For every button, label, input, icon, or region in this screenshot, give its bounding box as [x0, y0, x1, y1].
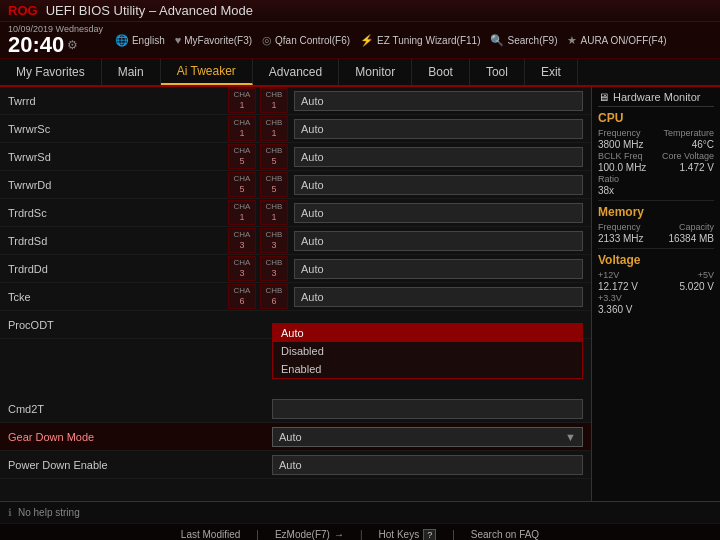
arrow-right-icon: →: [334, 529, 344, 540]
nav-ai-tweaker[interactable]: Ai Tweaker: [161, 59, 253, 85]
dropdown-option-auto[interactable]: Auto: [273, 324, 582, 342]
bios-title: UEFI BIOS Utility – Advanced Mode: [46, 3, 253, 18]
search-faq-label: Search on FAQ: [471, 529, 539, 540]
info-icon: ℹ: [8, 507, 12, 518]
ez-mode-label: EzMode(F7): [275, 529, 330, 540]
cpu-section-title: CPU: [598, 111, 714, 125]
rog-logo: ROG: [8, 3, 38, 18]
voltage-33v-value-row: 3.360 V: [598, 304, 714, 315]
ez-tuning-icon: ⚡: [360, 34, 374, 47]
channel-chb: CHB3: [260, 256, 288, 280]
language-selector[interactable]: 🌐 English: [115, 34, 165, 47]
channel-chb: CHB3: [260, 228, 288, 252]
cpu-freq-value-row: 3800 MHz 46°C: [598, 139, 714, 150]
channel-chb: CHB5: [260, 172, 288, 196]
channel-chb: CHB1: [260, 200, 288, 224]
language-icon: 🌐: [115, 34, 129, 47]
main-nav: My Favorites Main Ai Tweaker Advanced Mo…: [0, 59, 720, 87]
channel-chb: CHB5: [260, 144, 288, 168]
info-icons: 🌐 English ♥ MyFavorite(F3) ◎ Qfan Contro…: [115, 34, 712, 47]
cmd2t-value[interactable]: [272, 399, 583, 419]
channel-cha: CHA1: [228, 116, 256, 140]
dropdown-options: Auto Disabled Enabled: [272, 323, 583, 379]
memory-labels-row: Frequency Capacity: [598, 222, 714, 232]
power-down-row: Power Down Enable Auto: [0, 451, 591, 479]
cpu-ratio-value-row: 38x: [598, 185, 714, 196]
divider-2: [598, 248, 714, 249]
memory-section-title: Memory: [598, 205, 714, 219]
nav-boot[interactable]: Boot: [412, 59, 470, 85]
voltage-12v-label-row: +12V +5V: [598, 270, 714, 280]
channel-chb: CHB1: [260, 116, 288, 140]
setting-value[interactable]: Auto: [294, 259, 583, 279]
qfan-icon: ◎: [262, 34, 272, 47]
cpu-freq-row: Frequency Temperature: [598, 128, 714, 138]
qfan-control-button[interactable]: ◎ Qfan Control(F6): [262, 34, 350, 47]
channel-cha: CHA1: [228, 88, 256, 112]
table-row: Twrrd CHA1 CHB1 Auto: [0, 87, 591, 115]
channel-chb: CHB6: [260, 284, 288, 308]
ez-tuning-button[interactable]: ⚡ EZ Tuning Wizard(F11): [360, 34, 480, 47]
info-bar: 10/09/2019 Wednesday 20:40 ⚙ 🌐 English ♥…: [0, 22, 720, 59]
search-icon: 🔍: [490, 34, 504, 47]
procodt-row: ProcODT Auto Disabled Enabled: [0, 311, 591, 339]
setting-value[interactable]: Auto: [294, 203, 583, 223]
hot-keys-badge: ?: [423, 529, 436, 541]
settings-list: Twrrd CHA1 CHB1 Auto TwrwrSc CHA1 CHB1 A…: [0, 87, 591, 501]
divider-1: [598, 200, 714, 201]
search-label: Search(F9): [507, 35, 557, 46]
setting-value[interactable]: Auto: [294, 119, 583, 139]
search-faq-button[interactable]: Search on FAQ: [471, 529, 539, 540]
search-button[interactable]: 🔍 Search(F9): [490, 34, 557, 47]
nav-exit[interactable]: Exit: [525, 59, 578, 85]
channel-cha: CHA5: [228, 172, 256, 196]
channel-cha: CHA5: [228, 144, 256, 168]
voltage-section-title: Voltage: [598, 253, 714, 267]
table-row: TwrwrSc CHA1 CHB1 Auto: [0, 115, 591, 143]
bottom-bar: Last Modified | EzMode(F7) → | Hot Keys …: [0, 523, 720, 540]
myfavorite-label: MyFavorite(F3): [184, 35, 252, 46]
nav-main[interactable]: Main: [102, 59, 161, 85]
settings-panel: Twrrd CHA1 CHB1 Auto TwrwrSc CHA1 CHB1 A…: [0, 87, 592, 501]
nav-tool[interactable]: Tool: [470, 59, 525, 85]
nav-monitor[interactable]: Monitor: [339, 59, 412, 85]
channel-cha: CHA3: [228, 256, 256, 280]
voltage-33v-label-row: +3.3V: [598, 293, 714, 303]
ez-tuning-label: EZ Tuning Wizard(F11): [377, 35, 480, 46]
ez-mode-button[interactable]: EzMode(F7) →: [275, 529, 344, 540]
time-display: 20:40: [8, 34, 64, 56]
power-down-value[interactable]: Auto: [272, 455, 583, 475]
setting-value[interactable]: Auto: [294, 175, 583, 195]
setting-value[interactable]: Auto: [294, 147, 583, 167]
setting-value[interactable]: Auto: [294, 287, 583, 307]
hw-monitor-panel: 🖥 Hardware Monitor CPU Frequency Tempera…: [592, 87, 720, 501]
aura-label: AURA ON/OFF(F4): [580, 35, 666, 46]
channel-chb: CHB1: [260, 88, 288, 112]
myfavorite-button[interactable]: ♥ MyFavorite(F3): [175, 34, 252, 46]
cpu-bclk-row: BCLK Freq Core Voltage: [598, 151, 714, 161]
voltage-12v-value-row: 12.172 V 5.020 V: [598, 281, 714, 292]
cpu-bclk-value-row: 100.0 MHz 1.472 V: [598, 162, 714, 173]
dropdown-option-disabled[interactable]: Disabled: [273, 342, 582, 360]
last-modified-button[interactable]: Last Modified: [181, 529, 240, 540]
nav-advanced[interactable]: Advanced: [253, 59, 339, 85]
cmd2t-row: Cmd2T: [0, 395, 591, 423]
help-text: No help string: [18, 507, 80, 518]
hot-keys-label: Hot Keys: [379, 529, 420, 540]
setting-value[interactable]: Auto: [294, 91, 583, 111]
setting-value[interactable]: Auto: [294, 231, 583, 251]
table-row: TrdrdSc CHA1 CHB1 Auto: [0, 199, 591, 227]
language-label: English: [132, 35, 165, 46]
dropdown-option-enabled[interactable]: Enabled: [273, 360, 582, 378]
nav-my-favorites[interactable]: My Favorites: [0, 59, 102, 85]
table-row: TrdrdDd CHA3 CHB3 Auto: [0, 255, 591, 283]
hw-monitor-title: 🖥 Hardware Monitor: [598, 91, 714, 107]
hot-keys-button[interactable]: Hot Keys ?: [379, 529, 437, 541]
settings-gear-icon[interactable]: ⚙: [67, 38, 78, 52]
cpu-ratio-label-row: Ratio: [598, 174, 714, 184]
channel-cha: CHA3: [228, 228, 256, 252]
aura-button[interactable]: ★ AURA ON/OFF(F4): [567, 34, 666, 47]
content-area: Twrrd CHA1 CHB1 Auto TwrwrSc CHA1 CHB1 A…: [0, 87, 720, 501]
gear-down-value[interactable]: Auto ▼: [272, 427, 583, 447]
table-row: Tcke CHA6 CHB6 Auto: [0, 283, 591, 311]
